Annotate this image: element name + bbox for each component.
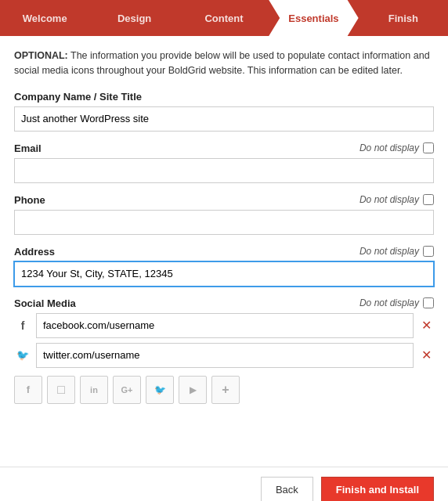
social-do-not-display: Do not display bbox=[359, 297, 434, 308]
phone-field-group: Phone Do not display bbox=[14, 194, 434, 235]
address-label: Address bbox=[14, 246, 55, 258]
email-label-row: Email Do not display bbox=[14, 142, 434, 154]
email-label: Email bbox=[14, 142, 42, 154]
add-youtube-icon[interactable]: ▶ bbox=[179, 376, 207, 404]
facebook-row: f ✕ bbox=[14, 313, 434, 338]
company-label: Company Name / Site Title bbox=[14, 91, 142, 103]
phone-label-row: Phone Do not display bbox=[14, 194, 434, 206]
social-add-row: f □ in G+ 🐦 ▶ + bbox=[14, 376, 434, 404]
email-do-not-display: Do not display bbox=[359, 142, 434, 153]
twitter-input[interactable] bbox=[36, 343, 414, 368]
add-more-icon[interactable]: + bbox=[211, 376, 240, 404]
add-linkedin-icon[interactable]: in bbox=[80, 376, 108, 404]
facebook-input-wrap bbox=[36, 313, 414, 338]
email-do-not-display-checkbox[interactable] bbox=[423, 142, 434, 153]
company-input[interactable] bbox=[14, 106, 434, 132]
facebook-delete-icon[interactable]: ✕ bbox=[418, 318, 434, 333]
social-media-field-group: Social Media Do not display f ✕ 🐦 ✕ bbox=[14, 297, 434, 404]
social-media-label-row: Social Media Do not display bbox=[14, 297, 434, 309]
tab-welcome[interactable]: Welcome bbox=[0, 0, 89, 36]
address-do-not-display-checkbox[interactable] bbox=[423, 246, 434, 257]
twitter-icon: 🐦 bbox=[14, 349, 31, 361]
facebook-icon: f bbox=[14, 319, 31, 332]
twitter-row: 🐦 ✕ bbox=[14, 343, 434, 368]
finish-and-install-button[interactable]: Finish and Install bbox=[321, 477, 434, 501]
optional-description: OPTIONAL: The information you provide be… bbox=[14, 49, 434, 78]
wizard-footer: Back Finish and Install bbox=[0, 467, 448, 501]
phone-label: Phone bbox=[14, 194, 45, 206]
add-twitter-icon[interactable]: 🐦 bbox=[146, 376, 174, 404]
main-content: OPTIONAL: The information you provide be… bbox=[0, 36, 448, 467]
tab-design[interactable]: Design bbox=[89, 0, 179, 36]
add-instagram-icon[interactable]: □ bbox=[47, 376, 75, 404]
phone-input[interactable] bbox=[14, 210, 434, 235]
tab-content[interactable]: Content bbox=[179, 0, 269, 36]
address-input[interactable] bbox=[14, 261, 434, 287]
company-field-group: Company Name / Site Title bbox=[14, 91, 434, 132]
address-label-row: Address Do not display bbox=[14, 246, 434, 258]
add-googleplus-icon[interactable]: G+ bbox=[113, 376, 141, 404]
phone-do-not-display-checkbox[interactable] bbox=[423, 194, 434, 205]
email-input[interactable] bbox=[14, 158, 434, 183]
wizard-nav: Welcome Design Content Essentials Finish bbox=[0, 0, 448, 36]
twitter-delete-icon[interactable]: ✕ bbox=[418, 348, 434, 362]
tab-finish[interactable]: Finish bbox=[359, 0, 448, 36]
address-field-group: Address Do not display bbox=[14, 246, 434, 287]
back-button[interactable]: Back bbox=[261, 477, 313, 501]
address-do-not-display: Do not display bbox=[359, 246, 434, 257]
email-field-group: Email Do not display bbox=[14, 142, 434, 183]
facebook-input[interactable] bbox=[36, 313, 414, 338]
company-label-row: Company Name / Site Title bbox=[14, 91, 434, 103]
tab-essentials[interactable]: Essentials bbox=[269, 0, 358, 36]
social-do-not-display-checkbox[interactable] bbox=[423, 297, 434, 308]
twitter-input-wrap bbox=[36, 343, 414, 368]
phone-do-not-display: Do not display bbox=[359, 194, 434, 205]
social-media-label: Social Media bbox=[14, 297, 76, 309]
add-facebook-icon[interactable]: f bbox=[14, 376, 42, 404]
